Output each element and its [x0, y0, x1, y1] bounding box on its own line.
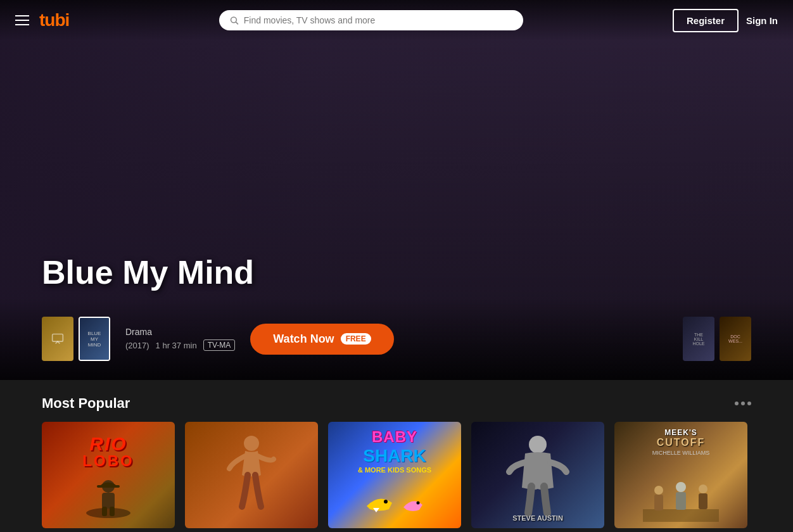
hero-info: Drama (2017) 1 hr 37 min TV-MA: [125, 327, 235, 351]
hero-title: Blue My Mind: [42, 253, 254, 291]
svg-point-16: [676, 482, 686, 492]
hero-thumbnails-left: BLUEMYMIND: [42, 317, 110, 361]
menu-icon[interactable]: [15, 15, 29, 25]
svg-line-1: [236, 22, 238, 24]
svg-point-0: [231, 17, 236, 23]
hero-duration: 1 hr 37 min: [156, 341, 197, 350]
svg-point-9: [244, 436, 259, 451]
movie-card-meeks-cutoff[interactable]: MEEK'S CUTOFF MICHELLE WILLIAMS: [614, 422, 747, 528]
svg-rect-7: [102, 507, 107, 516]
hero-thumb-right-1[interactable]: THEKILLHOLE: [683, 317, 714, 361]
more-options-button[interactable]: [735, 402, 751, 405]
most-popular-section: Most Popular RIO LOBO: [0, 380, 793, 532]
movie-card-recoil[interactable]: STEVE AUSTIN: [471, 422, 604, 528]
movie-card-bruce-lee[interactable]: [185, 422, 318, 528]
tubi-logo[interactable]: tubi: [39, 10, 69, 30]
svg-rect-8: [110, 507, 115, 516]
dot-3: [747, 402, 751, 405]
search-bar[interactable]: [219, 10, 523, 30]
search-input[interactable]: [244, 15, 513, 25]
movies-grid: RIO LOBO: [42, 422, 751, 528]
svg-point-12: [529, 436, 547, 453]
search-icon: [229, 15, 239, 25]
hero-year: (2017): [125, 341, 149, 350]
hero-genre: Drama: [125, 327, 235, 337]
svg-rect-13: [643, 509, 719, 522]
svg-point-11: [417, 502, 420, 505]
svg-point-18: [699, 484, 707, 493]
movie-card-rio-lobo[interactable]: RIO LOBO: [42, 422, 175, 528]
hero-thumbnails-right: THEKILLHOLE DOCWES...: [683, 317, 751, 361]
header-right: Register Sign In: [673, 9, 778, 32]
hero-rating: TV-MA: [203, 339, 236, 351]
section-title: Most Popular: [42, 395, 130, 412]
hero-thumb-prev[interactable]: [42, 317, 73, 361]
dot-2: [741, 402, 745, 405]
header-left: tubi: [15, 10, 69, 30]
header: tubi Register Sign In: [0, 0, 793, 41]
svg-point-3: [86, 508, 130, 518]
free-badge: FREE: [341, 333, 371, 345]
hero-thumb-right-2[interactable]: DOCWES...: [720, 317, 751, 361]
hero-meta: (2017) 1 hr 37 min TV-MA: [125, 339, 235, 351]
svg-rect-19: [699, 493, 707, 509]
svg-rect-15: [654, 495, 663, 510]
register-button[interactable]: Register: [673, 9, 739, 32]
hero-bottom-bar: BLUEMYMIND Drama (2017) 1 hr 37 min TV-M…: [0, 298, 793, 380]
movie-card-baby-shark[interactable]: BABY SHARK & MORE KIDS SONGS: [328, 422, 461, 528]
section-header: Most Popular: [42, 395, 751, 412]
svg-point-14: [654, 486, 663, 495]
watch-now-label: Watch Now: [273, 332, 334, 346]
hero-section: Blue My Mind BLUEMYMIND Drama (2017) 1 h…: [0, 0, 793, 380]
svg-rect-5: [97, 485, 120, 488]
dot-1: [735, 402, 739, 405]
svg-rect-6: [102, 493, 115, 509]
signin-button[interactable]: Sign In: [746, 15, 778, 26]
svg-rect-2: [53, 334, 63, 342]
hero-thumb-current[interactable]: BLUEMYMIND: [79, 317, 110, 361]
svg-rect-17: [676, 492, 686, 510]
svg-point-10: [384, 500, 388, 504]
watch-now-button[interactable]: Watch Now FREE: [250, 324, 393, 355]
